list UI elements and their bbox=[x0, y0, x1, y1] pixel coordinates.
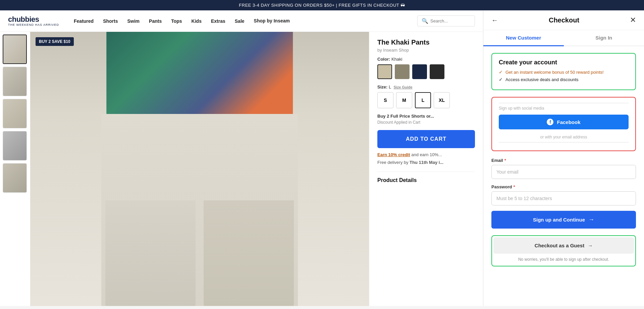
size-s[interactable]: S bbox=[377, 92, 393, 108]
product-figure bbox=[30, 32, 369, 306]
tab-sign-in[interactable]: Sign In bbox=[564, 30, 644, 46]
buy-promo: Buy 2 Full Price Shorts or... bbox=[377, 114, 475, 119]
email-required-star: * bbox=[504, 158, 506, 163]
search-box[interactable]: 🔍 bbox=[417, 15, 475, 26]
nav-shorts[interactable]: Shorts bbox=[103, 18, 118, 24]
thumbnail-2[interactable] bbox=[3, 67, 27, 96]
color-swatches bbox=[377, 64, 475, 79]
swatch-khaki[interactable] bbox=[377, 64, 392, 79]
social-label: Sign up with social media bbox=[499, 103, 629, 111]
benefit-deals: ✓ Access exclusive deals and discounts bbox=[499, 77, 629, 82]
size-label-row: Size: L Size Guide bbox=[377, 84, 475, 89]
earn-credit: Earn 10% credit and earn 10%... bbox=[377, 152, 475, 157]
discount-note: Discount Applied in Cart bbox=[377, 120, 475, 125]
size-section: Size: L Size Guide S M L XL bbox=[377, 84, 475, 108]
free-delivery: Free delivery by Thu 11th May i... bbox=[377, 160, 475, 165]
create-account-box: Create your account ✓ Get an instant wel… bbox=[491, 53, 636, 90]
product-content: BUY 2 SAVE $10 The Khaki Pants by Inseam… bbox=[0, 32, 483, 306]
nav-shop-label: Shop by Inseam bbox=[254, 18, 290, 24]
product-info-panel: The Khaki Pants by Inseam Shop Color: Kh… bbox=[369, 32, 483, 306]
nav-sale[interactable]: Sale bbox=[235, 18, 245, 24]
checkout-body: Create your account ✓ Get an instant wel… bbox=[483, 46, 644, 306]
guest-checkout-button[interactable]: Checkout as a Guest → bbox=[493, 237, 634, 254]
nav-shop-by-inseam[interactable]: Shop by Inseam bbox=[254, 18, 290, 24]
product-by: by Inseam Shop bbox=[377, 48, 475, 53]
guest-checkout-box: Checkout as a Guest → No worries, you'll… bbox=[491, 235, 636, 266]
tab-new-customer[interactable]: New Customer bbox=[483, 30, 564, 46]
shirt-display bbox=[106, 32, 293, 128]
add-to-cart-button[interactable]: ADD TO CART bbox=[377, 130, 475, 148]
left-leg bbox=[105, 200, 196, 306]
color-section: Color: Khaki bbox=[377, 57, 475, 79]
color-label: Color: Khaki bbox=[377, 57, 475, 62]
email-group: Email * bbox=[491, 158, 636, 179]
password-input[interactable] bbox=[491, 191, 636, 205]
pants-display bbox=[101, 114, 298, 306]
size-guide-link[interactable]: Size Guide bbox=[393, 85, 412, 89]
logo-text: chubbies bbox=[8, 16, 39, 23]
benefit-reward: ✓ Get an instant welcome bonus of 50 rew… bbox=[499, 69, 629, 75]
logo-tagline: THE WEEKEND HAS ARRIVED bbox=[8, 23, 59, 26]
product-name: The Khaki Pants bbox=[377, 39, 475, 46]
checkout-header: ← Checkout ✕ bbox=[483, 10, 644, 30]
product-area: chubbies THE WEEKEND HAS ARRIVED Feature… bbox=[0, 10, 483, 306]
nav-pants[interactable]: Pants bbox=[149, 18, 162, 24]
thumbnail-5[interactable] bbox=[3, 163, 27, 193]
check-icon-2: ✓ bbox=[499, 77, 503, 82]
top-banner: FREE 3-4 DAY SHIPPING ON ORDERS $50+ | F… bbox=[0, 0, 644, 10]
guest-note: No worries, you'll be able to sign up af… bbox=[493, 257, 634, 264]
thumbnail-3[interactable] bbox=[3, 99, 27, 128]
checkout-tabs: New Customer Sign In bbox=[483, 30, 644, 46]
main-product-image: BUY 2 SAVE $10 bbox=[30, 32, 369, 306]
close-button[interactable]: ✕ bbox=[630, 16, 636, 24]
create-account-title: Create your account bbox=[499, 59, 629, 66]
nav-featured[interactable]: Featured bbox=[74, 18, 94, 24]
banner-text: FREE 3-4 DAY SHIPPING ON ORDERS $50+ | F… bbox=[239, 3, 405, 8]
email-input[interactable] bbox=[491, 165, 636, 179]
thumbnail-1[interactable] bbox=[3, 35, 27, 64]
checkout-panel: ← Checkout ✕ New Customer Sign In Create… bbox=[483, 10, 644, 306]
nav-extras[interactable]: Extras bbox=[211, 18, 225, 24]
promo-badge: BUY 2 SAVE $10 bbox=[36, 37, 74, 46]
nav-tops[interactable]: Tops bbox=[171, 18, 182, 24]
or-divider: or with your email address bbox=[499, 135, 629, 142]
facebook-button[interactable]: f Facebook bbox=[499, 115, 629, 129]
password-label: Password * bbox=[491, 184, 636, 189]
size-xl[interactable]: XL bbox=[434, 92, 450, 108]
swatch-black[interactable] bbox=[430, 64, 444, 79]
logo[interactable]: chubbies THE WEEKEND HAS ARRIVED bbox=[8, 16, 59, 26]
color-value: Khaki bbox=[391, 57, 402, 62]
email-label: Email * bbox=[491, 158, 636, 163]
size-value: L bbox=[389, 84, 391, 89]
password-group: Password * bbox=[491, 184, 636, 205]
earn-credit-link[interactable]: Earn 10% credit bbox=[377, 152, 410, 157]
nav-swim[interactable]: Swim bbox=[127, 18, 140, 24]
guest-arrow-icon: → bbox=[588, 243, 593, 248]
search-icon: 🔍 bbox=[422, 18, 428, 24]
size-l[interactable]: L bbox=[415, 92, 431, 108]
size-buttons: S M L XL bbox=[377, 92, 475, 108]
nav-kids[interactable]: Kids bbox=[192, 18, 202, 24]
arrow-icon: → bbox=[588, 216, 594, 223]
signup-button[interactable]: Sign up and Continue → bbox=[491, 211, 636, 229]
product-thumbnails bbox=[0, 32, 30, 306]
right-leg bbox=[204, 200, 294, 306]
swatch-olive[interactable] bbox=[395, 64, 410, 79]
facebook-icon: f bbox=[547, 119, 553, 125]
product-details-heading: Product Details bbox=[377, 172, 475, 183]
size-m[interactable]: M bbox=[396, 92, 412, 108]
navigation: chubbies THE WEEKEND HAS ARRIVED Feature… bbox=[0, 10, 483, 32]
thumbnail-4[interactable] bbox=[3, 131, 27, 161]
back-button[interactable]: ← bbox=[491, 16, 498, 24]
social-signup-box: Sign up with social media f Facebook or … bbox=[491, 97, 636, 151]
password-required-star: * bbox=[513, 184, 515, 189]
delivery-date: Thu 11th May i... bbox=[410, 160, 443, 165]
swatch-navy[interactable] bbox=[412, 64, 427, 79]
check-icon-1: ✓ bbox=[499, 69, 503, 75]
search-input[interactable] bbox=[430, 18, 471, 23]
checkout-title: Checkout bbox=[549, 16, 579, 24]
